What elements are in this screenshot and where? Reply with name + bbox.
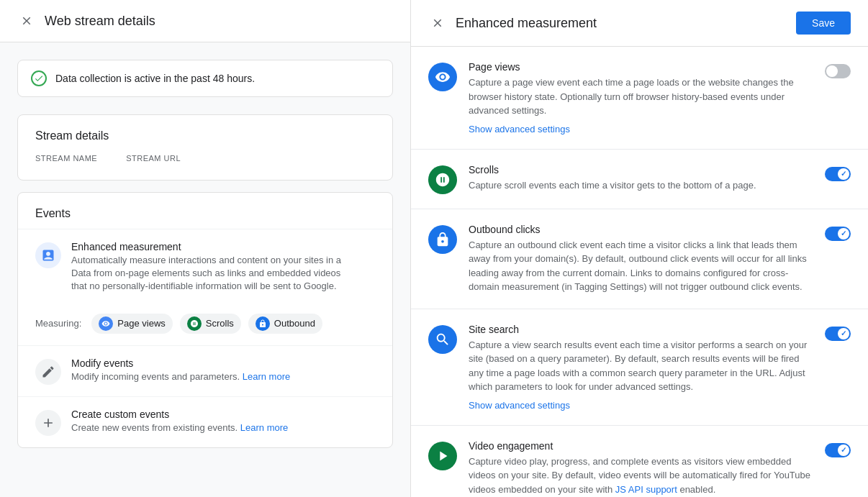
measurement-row-outbound-clicks: Outbound clicks Capture an outbound clic… xyxy=(411,209,868,309)
video-engagement-content: Video engagement Capture video play, pro… xyxy=(469,440,813,497)
video-engagement-toggle-check: ✓ xyxy=(841,446,846,454)
create-custom-events-info: Create custom events Create new events f… xyxy=(71,409,375,434)
page-views-desc: Capture a page view event each time a pa… xyxy=(469,76,813,118)
enhanced-measurement-desc: Automatically measure interactions and c… xyxy=(71,254,375,293)
enhanced-measurement-info: Enhanced measurement Automatically measu… xyxy=(71,241,375,293)
site-search-desc: Capture a view search results event each… xyxy=(469,338,813,394)
modify-events-item[interactable]: Modify events Modify incoming events and… xyxy=(18,345,392,396)
outbound-clicks-toggle-thumb: ✓ xyxy=(838,228,849,240)
create-custom-events-desc: Create new events from existing events. … xyxy=(71,421,375,434)
video-engagement-toggle[interactable]: ✓ xyxy=(825,443,851,457)
modify-events-name: Modify events xyxy=(71,357,375,369)
status-banner: Data collection is active in the past 48… xyxy=(17,60,393,97)
chip-outbound-label: Outbound xyxy=(274,318,315,329)
stream-name-label: STREAM NAME xyxy=(35,154,97,163)
site-search-toggle[interactable]: ✓ xyxy=(825,327,851,341)
measurement-row-scrolls: Scrolls Capture scroll events each time … xyxy=(411,150,868,209)
events-section: Events Enhanced measurement Automaticall… xyxy=(17,192,393,448)
chip-scrolls-label: Scrolls xyxy=(206,318,234,329)
scrolls-content: Scrolls Capture scroll events each time … xyxy=(469,164,813,193)
site-search-icon xyxy=(428,325,457,354)
save-button[interactable]: Save xyxy=(796,12,851,35)
status-icon xyxy=(31,70,47,86)
right-close-button[interactable] xyxy=(428,14,447,32)
chip-scrolls-icon xyxy=(187,316,202,331)
scrolls-icon xyxy=(428,165,457,194)
events-title: Events xyxy=(18,193,392,229)
page-views-toggle[interactable] xyxy=(825,64,851,78)
site-search-toggle-check: ✓ xyxy=(841,329,846,337)
modify-events-desc: Modify incoming events and parameters. L… xyxy=(71,370,375,383)
chip-page-views-label: Page views xyxy=(117,318,165,329)
modify-events-learn-more[interactable]: Learn more xyxy=(243,371,290,382)
video-engagement-icon xyxy=(428,442,457,470)
scrolls-name: Scrolls xyxy=(469,164,813,175)
left-panel: Web stream details Data collection is ac… xyxy=(0,0,410,497)
page-views-icon xyxy=(428,63,457,91)
outbound-clicks-name: Outbound clicks xyxy=(469,224,813,235)
page-views-content: Page views Capture a page view event eac… xyxy=(469,61,813,134)
measurement-row-page-views: Page views Capture a page view event eac… xyxy=(411,47,868,150)
right-panel-title: Enhanced measurement xyxy=(456,16,597,31)
site-search-content: Site search Capture a view search result… xyxy=(469,324,813,411)
measurement-row-site-search: Site search Capture a view search result… xyxy=(411,309,868,426)
chip-outbound-icon xyxy=(256,316,270,331)
video-engagement-desc: Capture video play, progress, and comple… xyxy=(469,455,813,497)
outbound-clicks-content: Outbound clicks Capture an outbound clic… xyxy=(469,224,813,294)
js-api-support-link[interactable]: JS API support xyxy=(615,484,677,495)
chip-scrolls: Scrolls xyxy=(180,314,241,334)
outbound-clicks-toggle[interactable]: ✓ xyxy=(825,227,851,241)
create-custom-events-icon-wrap xyxy=(35,410,61,436)
scrolls-toggle-check: ✓ xyxy=(841,170,846,178)
measuring-row: Measuring: Page views Scrolls xyxy=(18,305,392,345)
chip-outbound: Outbound xyxy=(248,314,322,334)
page-views-toggle-thumb xyxy=(826,65,838,77)
right-header: Enhanced measurement Save xyxy=(411,0,868,47)
outbound-clicks-toggle-check: ✓ xyxy=(841,229,846,237)
right-panel: Enhanced measurement Save Page views Cap… xyxy=(410,0,868,497)
video-engagement-name: Video engagement xyxy=(469,440,813,452)
left-panel-title: Web stream details xyxy=(45,14,155,29)
chip-page-views: Page views xyxy=(91,314,172,334)
outbound-clicks-desc: Capture an outbound click event each tim… xyxy=(469,238,813,294)
page-views-advanced-link[interactable]: Show advanced settings xyxy=(469,124,570,134)
chip-page-views-icon xyxy=(99,316,113,331)
enhanced-measurement-item[interactable]: Enhanced measurement Automatically measu… xyxy=(18,229,392,305)
video-engagement-toggle-thumb: ✓ xyxy=(838,444,849,456)
stream-details-card: Stream details STREAM NAME STREAM URL xyxy=(17,114,393,181)
left-close-button[interactable] xyxy=(17,12,36,30)
create-custom-events-item[interactable]: Create custom events Create new events f… xyxy=(18,396,392,447)
status-text: Data collection is active in the past 48… xyxy=(55,73,255,84)
site-search-name: Site search xyxy=(469,324,813,335)
enhanced-measurement-name: Enhanced measurement xyxy=(71,241,375,252)
create-custom-events-name: Create custom events xyxy=(71,409,375,420)
right-header-left: Enhanced measurement xyxy=(428,14,597,32)
create-custom-events-learn-more[interactable]: Learn more xyxy=(240,422,288,433)
stream-url-label: STREAM URL xyxy=(126,154,181,163)
scrolls-toggle-thumb: ✓ xyxy=(838,168,849,180)
stream-details-title: Stream details xyxy=(35,129,375,142)
measuring-label: Measuring: xyxy=(35,318,81,329)
outbound-clicks-icon xyxy=(428,225,457,254)
modify-events-icon-wrap xyxy=(35,359,61,385)
page-views-name: Page views xyxy=(469,61,813,73)
scrolls-desc: Capture scroll events each time a visito… xyxy=(469,178,813,193)
site-search-toggle-thumb: ✓ xyxy=(838,328,849,339)
scrolls-toggle[interactable]: ✓ xyxy=(825,167,851,181)
site-search-advanced-link[interactable]: Show advanced settings xyxy=(469,400,570,411)
enhanced-measurement-icon-wrap xyxy=(35,242,61,268)
modify-events-info: Modify events Modify incoming events and… xyxy=(71,357,375,383)
measurement-row-video-engagement: Video engagement Capture video play, pro… xyxy=(411,426,868,498)
measurement-list: Page views Capture a page view event eac… xyxy=(411,47,868,497)
left-panel-header: Web stream details xyxy=(0,0,410,42)
